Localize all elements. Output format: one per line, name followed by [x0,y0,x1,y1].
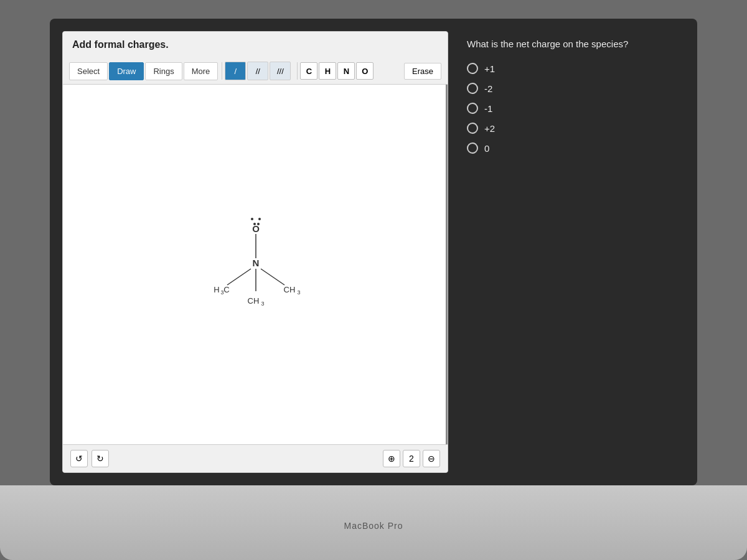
rings-button[interactable]: Rings [145,62,182,80]
svg-text:H: H [214,285,219,294]
svg-text:C: C [223,285,229,294]
svg-line-7 [227,269,251,285]
hydrogen-atom-button[interactable]: H [319,62,336,80]
more-button[interactable]: More [184,62,218,80]
editor-toolbar: Select Draw Rings More / // /// C H N O … [63,58,448,85]
toolbar-separator-2 [297,62,298,80]
nitrogen-atom-button[interactable]: N [337,62,355,80]
radio-minus1[interactable] [467,103,478,114]
zoom-out-button[interactable]: ⊖ [423,450,440,467]
svg-point-3 [258,218,261,220]
radio-minus2[interactable] [467,83,478,94]
redo-button[interactable]: ↻ [92,450,109,467]
double-bond-tool[interactable]: // [247,62,268,80]
select-button[interactable]: Select [69,62,108,80]
molecule-canvas[interactable]: O N H 3 C CH 3 CH 3 [63,85,448,444]
zoom-controls: ⊕ 2 ⊖ [383,450,440,467]
label-plus2: +2 [484,123,495,134]
radio-plus1[interactable] [467,63,478,74]
label-minus1: -1 [484,103,492,114]
editor-title: Add formal charges. [63,32,448,58]
carbon-atom-button[interactable]: C [300,62,317,80]
erase-button[interactable]: Erase [404,63,441,80]
triple-bond-tool[interactable]: /// [270,62,291,80]
laptop-body: MacBook Pro [0,485,747,560]
svg-text:CH: CH [248,296,260,306]
svg-point-2 [251,218,253,220]
undo-redo-controls: ↺ ↻ [70,450,109,467]
editor-footer: ↺ ↻ ⊕ 2 ⊖ [63,444,448,472]
svg-text:3: 3 [261,301,264,307]
option-plus1[interactable]: +1 [467,63,685,74]
svg-text:O: O [252,223,260,234]
option-minus2[interactable]: -2 [467,83,685,94]
zoom-in-button[interactable]: ⊕ [383,450,400,467]
option-minus1[interactable]: -1 [467,103,685,114]
svg-line-8 [261,269,284,285]
label-zero: 0 [484,143,489,154]
molecule-editor: Add formal charges. Select Draw Rings Mo… [62,31,448,473]
laptop-brand: MacBook Pro [344,521,403,531]
radio-plus2[interactable] [467,123,478,134]
draw-tools: / // /// [225,62,291,80]
question-panel: What is the net charge on the species? +… [467,31,685,473]
oxygen-atom-button[interactable]: O [356,62,374,80]
canvas-divider [446,85,448,444]
svg-text:N: N [253,258,260,268]
toolbar-separator [222,62,222,80]
svg-text:3: 3 [297,289,300,296]
draw-button[interactable]: Draw [109,62,144,80]
question-title: What is the net charge on the species? [467,37,685,50]
zoom-reset-button[interactable]: 2 [403,450,420,467]
svg-text:CH: CH [284,285,296,294]
undo-button[interactable]: ↺ [70,450,88,467]
single-bond-tool[interactable]: / [225,62,246,80]
label-minus2: -2 [484,83,492,94]
label-plus1: +1 [484,63,495,74]
molecule-svg: O N H 3 C CH 3 CH 3 [162,187,349,342]
option-plus2[interactable]: +2 [467,123,685,134]
radio-zero[interactable] [467,142,478,154]
option-zero[interactable]: 0 [467,142,685,154]
